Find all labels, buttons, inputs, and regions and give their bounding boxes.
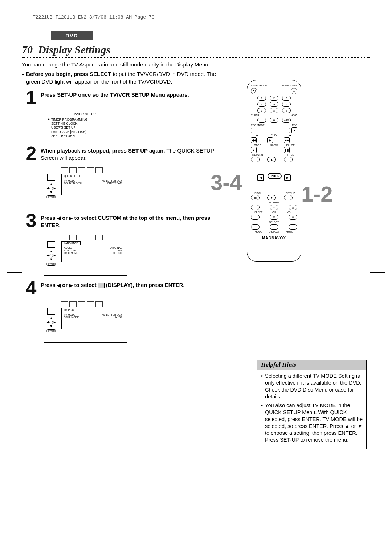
step-1-number: 1 bbox=[22, 89, 41, 106]
remote-left-button[interactable]: ◀ bbox=[257, 174, 264, 181]
osd3-r2b: OFF bbox=[117, 249, 122, 252]
intro-bullet: Before you begin, press SELECT to put th… bbox=[22, 70, 225, 85]
osd3-tab: LANGUAGE bbox=[61, 241, 81, 245]
remote-picture-button[interactable] bbox=[251, 205, 260, 210]
osd2-r1b: 4:3 LETTER BOX bbox=[102, 179, 122, 182]
remote-select-label: SELECT bbox=[251, 221, 297, 223]
osd1-item-4: ZERO RETURN bbox=[51, 134, 75, 138]
remote-right-button[interactable]: ▶ bbox=[284, 174, 291, 181]
remote-enter-button[interactable]: ENTER bbox=[268, 173, 282, 179]
page-title-text: Display Settings bbox=[38, 44, 110, 56]
osd3-r1a: AUDIO bbox=[64, 247, 72, 249]
step-1: 1 Press SET-UP once so the TV/VCR SETUP … bbox=[22, 89, 225, 106]
display-osd-icon bbox=[98, 283, 105, 288]
osd1-item-3: LANGUAGE [ENGLISH] bbox=[51, 130, 86, 134]
section-tab: DVD bbox=[51, 31, 93, 40]
helpful-hints-box: Helpful Hints Selecting a different TV M… bbox=[257, 360, 367, 449]
remote-return-label: RETURN bbox=[251, 154, 264, 156]
remote-num-9[interactable]: 9 bbox=[282, 108, 291, 113]
step-4-number: 4 bbox=[22, 279, 41, 296]
step-4-text-a: Press bbox=[41, 282, 57, 288]
remote-num-5[interactable]: 5 bbox=[270, 102, 278, 107]
step-2: 2 When playback is stopped, press SET-UP… bbox=[22, 145, 225, 162]
remote-select-button[interactable] bbox=[251, 224, 260, 230]
step-3-number: 3 bbox=[22, 212, 41, 229]
remote-num-3[interactable]: 3 bbox=[282, 96, 291, 101]
remote-rec-button[interactable]: ● bbox=[291, 127, 297, 133]
remote-clear-button[interactable] bbox=[257, 118, 266, 123]
remote-mode-label: MODE bbox=[251, 231, 266, 233]
remote-num-7[interactable]: 7 bbox=[257, 108, 266, 113]
crop-mark-top bbox=[185, 7, 185, 22]
remote-standby-button[interactable]: ⏻ bbox=[251, 88, 257, 94]
remote-num-6[interactable]: 6 bbox=[282, 102, 291, 107]
osd3-r3b: ENGLISH bbox=[111, 252, 122, 254]
osd3-r1b: ORIGINAL bbox=[110, 247, 122, 249]
remote-rew-button[interactable]: ◀◀ bbox=[251, 137, 257, 143]
page-title: 70 Display Settings bbox=[22, 44, 370, 56]
remote-num-2[interactable]: 2 bbox=[270, 96, 278, 101]
remote-sleep-button[interactable] bbox=[251, 215, 260, 220]
step-3: 3 Press ◀ or ▶ to select CUSTOM at the t… bbox=[22, 212, 225, 229]
intro-block: You can change the TV Aspect ratio and s… bbox=[22, 61, 225, 85]
remote-ch-down-button[interactable]: ▼ bbox=[270, 215, 278, 220]
remote-num-0[interactable]: 0 bbox=[270, 118, 278, 123]
remote-pause-button[interactable]: ❚❚ bbox=[284, 147, 290, 153]
right-arrow-icon-2: ▶ bbox=[69, 283, 73, 288]
osd4-r1a: TV MODE bbox=[64, 313, 75, 316]
remote-disc-button[interactable]: ☰ bbox=[251, 195, 260, 200]
remote-stop-label: STOP bbox=[251, 144, 264, 146]
osd4-nav-icon: ▲ ◄◯► ▼ ENTER bbox=[46, 308, 56, 332]
crop-mark-bottom bbox=[185, 533, 185, 548]
intro-paragraph: You can change the TV Aspect ratio and s… bbox=[22, 61, 225, 68]
remote-ff-button[interactable]: ▶▶ bbox=[284, 137, 290, 143]
intro-bullet-bold: Before you begin, press SELECT bbox=[26, 71, 111, 77]
remote-return-button[interactable] bbox=[251, 157, 260, 162]
osd2-r2a: DOLBY DIGITAL bbox=[64, 182, 83, 185]
remote-ch-up-button[interactable]: ▲ bbox=[270, 205, 278, 210]
osd3-top-icons bbox=[61, 235, 124, 240]
osd4-r2a: STILL MODE bbox=[64, 316, 79, 319]
remote-setup-label: SET-UP bbox=[284, 192, 297, 194]
osd2-r2b: BITSTREAM bbox=[107, 182, 122, 185]
step-4: 4 Press ◀ or ▶ to select (DISPLAY), then… bbox=[22, 279, 225, 296]
osd-quick-setup: ▲ ◄◯► ▼ ENTER QUICK SETUP TV MODE4:3 LET… bbox=[44, 165, 127, 208]
osd2-top-icons bbox=[61, 167, 124, 173]
osd4-r2b: AUTO bbox=[115, 316, 122, 319]
remote-title-button[interactable] bbox=[284, 157, 293, 162]
right-arrow-icon: ▶ bbox=[69, 215, 73, 221]
osd-language: ▲ ◄◯► ▼ ENTER LANGUAGE AUDIOORIGINAL SUB… bbox=[44, 232, 127, 276]
remote-play-button[interactable]: ▶ bbox=[267, 137, 273, 143]
print-header: T2221UB_T1201UB_EN2 3/7/06 11:08 AM Page… bbox=[33, 15, 370, 20]
remote-mute-button[interactable] bbox=[289, 224, 297, 230]
remote-display-button[interactable] bbox=[270, 224, 278, 230]
remote-setup-button[interactable] bbox=[284, 195, 293, 200]
remote-recmode-label: REC MODE bbox=[251, 124, 265, 126]
remote-num-4[interactable]: 4 bbox=[257, 102, 266, 107]
remote-down-button[interactable]: ▼ bbox=[267, 195, 276, 200]
osd3-r3a: DISC MENU bbox=[64, 252, 78, 254]
remote-recmode-button[interactable] bbox=[251, 128, 290, 133]
step-3-text-b: or bbox=[61, 215, 69, 221]
remote-picture-label: PICTURE bbox=[251, 201, 297, 204]
remote-standby-label: STANDBY-ON bbox=[251, 84, 267, 87]
step-4-text-b: or bbox=[61, 282, 69, 288]
remote-vol-down-button[interactable]: ▽ bbox=[289, 215, 297, 220]
osd4-tab: DISPLAY bbox=[61, 308, 77, 312]
osd-display: ▲ ◄◯► ▼ ENTER DISPLAY TV MODE4:3 LETTER … bbox=[44, 299, 127, 343]
remote-vol-up-button[interactable]: △ bbox=[289, 205, 297, 210]
remote-num-1[interactable]: 1 bbox=[257, 96, 266, 101]
left-arrow-icon-2: ◀ bbox=[57, 283, 61, 288]
remote-stop-button[interactable]: ■ bbox=[251, 147, 257, 153]
remote-num-8[interactable]: 8 bbox=[270, 108, 278, 113]
remote-display-label: DISPLAY bbox=[266, 231, 282, 233]
remote-plus100-button[interactable]: +10 bbox=[282, 118, 291, 123]
remote-brand: MAGNAVOX bbox=[251, 236, 297, 240]
remote-up-button[interactable]: ▲ bbox=[267, 157, 276, 162]
osd3-r2a: SUBTITLE bbox=[64, 249, 76, 252]
remote-play-label: PLAY bbox=[267, 134, 281, 137]
remote-openclose-label: OPEN/CLOSE bbox=[281, 84, 297, 87]
step-1-text: Press SET-UP once so the TV/VCR SETUP Me… bbox=[41, 92, 189, 98]
remote-openclose-button[interactable]: ⏏ bbox=[291, 88, 297, 94]
left-arrow-icon: ◀ bbox=[57, 215, 61, 221]
